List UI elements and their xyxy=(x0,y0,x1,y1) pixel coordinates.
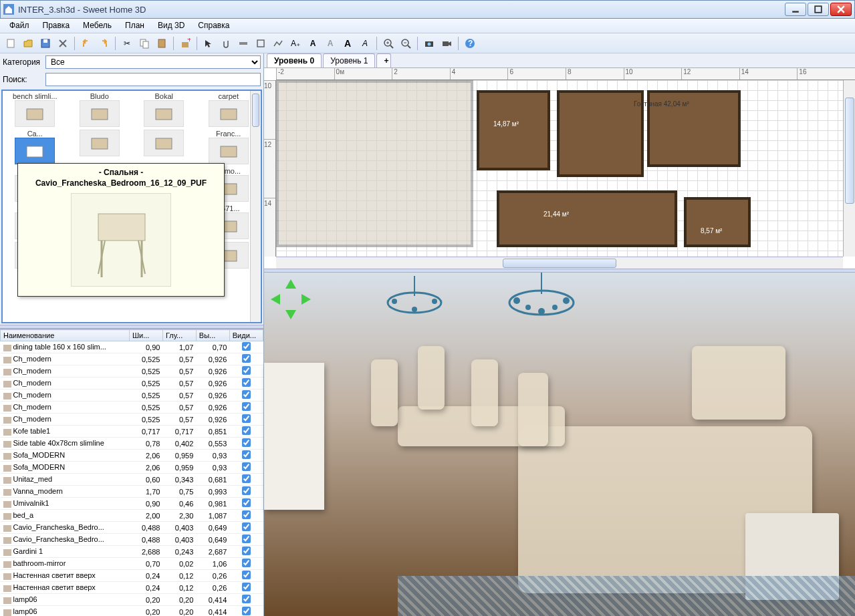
table-row[interactable]: Cavio_Francheska_Bedro...0,4880,4030,649 xyxy=(1,534,263,546)
visible-checkbox[interactable] xyxy=(242,559,251,567)
table-row[interactable]: Side table 40x78cm slimline0,780,4020,55… xyxy=(1,438,263,450)
cut-button[interactable]: ✂ xyxy=(119,35,135,51)
plan-canvas[interactable]: 14,87 м² 21,44 м² Гостиная 42,04 м² 8,57… xyxy=(276,80,843,257)
column-header[interactable]: Наименование xyxy=(1,330,130,341)
open-button[interactable] xyxy=(20,35,36,51)
column-header[interactable]: Види... xyxy=(229,330,263,341)
visible-checkbox[interactable] xyxy=(242,414,251,423)
table-row[interactable]: bed_a2,002,301,087 xyxy=(1,510,263,522)
visible-checkbox[interactable] xyxy=(242,583,251,591)
nav-left-icon[interactable] xyxy=(271,294,280,305)
menu-Файл[interactable]: Файл xyxy=(3,19,36,33)
table-row[interactable]: Ch_modern0,5250,570,926 xyxy=(1,414,263,426)
visible-checkbox[interactable] xyxy=(242,462,251,471)
menu-План[interactable]: План xyxy=(118,19,151,33)
table-row[interactable]: Kofe table10,7170,7170,851 xyxy=(1,426,263,438)
table-row[interactable]: Ch_modern0,5250,570,926 xyxy=(1,377,263,390)
add-furniture-button[interactable]: + xyxy=(177,35,193,51)
category-select[interactable]: Все xyxy=(45,55,261,69)
menu-Справка[interactable]: Справка xyxy=(191,19,236,33)
menu-Мебель[interactable]: Мебель xyxy=(76,19,118,33)
video-button[interactable] xyxy=(439,35,455,51)
close-button[interactable] xyxy=(830,3,852,16)
visible-checkbox[interactable] xyxy=(242,450,251,459)
table-row[interactable]: Ch_modern0,5250,570,926 xyxy=(1,365,263,377)
level-tab[interactable]: Уровень 0 xyxy=(267,53,322,67)
paste-button[interactable] xyxy=(154,35,170,51)
maximize-button[interactable] xyxy=(808,3,829,16)
visible-checkbox[interactable] xyxy=(242,378,251,387)
visible-checkbox[interactable] xyxy=(242,366,251,375)
visible-checkbox[interactable] xyxy=(242,522,251,531)
photo-button[interactable] xyxy=(421,35,437,51)
minimize-button[interactable] xyxy=(785,3,806,16)
catalog-item[interactable]: Bokal xyxy=(132,91,197,128)
text-italic-tool[interactable]: A xyxy=(357,35,373,51)
visible-checkbox[interactable] xyxy=(242,534,251,543)
plan-view[interactable]: -20м246810121416 101214 14,87 м² 21,44 м… xyxy=(264,68,855,269)
dim-tool[interactable]: A₊ xyxy=(287,35,303,51)
search-input[interactable] xyxy=(45,73,261,86)
table-row[interactable]: Gardini 12,6880,2432,687 xyxy=(1,546,263,558)
menu-Правка[interactable]: Правка xyxy=(36,19,77,33)
visible-checkbox[interactable] xyxy=(242,571,251,579)
visible-checkbox[interactable] xyxy=(242,498,251,507)
visible-checkbox[interactable] xyxy=(242,438,251,447)
text-bold-tool[interactable]: A xyxy=(340,35,356,51)
pan-tool[interactable] xyxy=(218,35,234,51)
column-header[interactable]: Ши... xyxy=(129,330,162,341)
save-button[interactable] xyxy=(37,35,53,51)
table-row[interactable]: Sofa_MODERN2,060,9590,93 xyxy=(1,450,263,462)
visible-checkbox[interactable] xyxy=(242,354,251,363)
help-button[interactable]: ? xyxy=(462,35,478,51)
catalog-scrollbar[interactable] xyxy=(250,91,261,322)
preferences-button[interactable] xyxy=(55,35,71,51)
table-row[interactable]: dining table 160 x 160 slim...0,901,070,… xyxy=(1,341,263,353)
redo-button[interactable] xyxy=(96,35,112,51)
visible-checkbox[interactable] xyxy=(242,342,251,351)
table-row[interactable]: Ch_modern0,5250,570,926 xyxy=(1,390,263,402)
catalog-item[interactable] xyxy=(68,128,132,166)
table-row[interactable]: Cavio_Francheska_Bedro...0,4880,4030,649 xyxy=(1,522,263,534)
table-row[interactable]: lamp060,200,200,414 xyxy=(1,606,263,617)
new-button[interactable] xyxy=(3,35,19,51)
visible-checkbox[interactable] xyxy=(242,595,251,603)
table-row[interactable]: Настенная светит вверх0,240,120,26 xyxy=(1,582,263,594)
table-row[interactable]: lamp060,200,200,414 xyxy=(1,594,263,606)
visible-checkbox[interactable] xyxy=(242,474,251,483)
visible-checkbox[interactable] xyxy=(242,547,251,555)
nav-up-icon[interactable] xyxy=(285,279,296,289)
wall-tool[interactable] xyxy=(235,35,251,51)
add-level-button[interactable]: + xyxy=(376,53,391,67)
text-tool2[interactable]: A xyxy=(322,35,338,51)
copy-button[interactable] xyxy=(136,35,152,51)
catalog-item[interactable] xyxy=(132,128,197,166)
table-row[interactable]: Vanna_modern1,700,750,993 xyxy=(1,486,263,498)
table-row[interactable]: Ch_modern0,5250,570,926 xyxy=(1,353,263,365)
table-row[interactable]: Ch_modern0,5250,570,926 xyxy=(1,402,263,414)
3d-view[interactable] xyxy=(264,273,855,616)
catalog-item[interactable]: Ca... xyxy=(3,128,68,166)
zoom-out-button[interactable] xyxy=(398,35,414,51)
table-row[interactable]: Настенная светит вверх0,240,120,26 xyxy=(1,570,263,582)
menu-Вид 3D[interactable]: Вид 3D xyxy=(151,19,191,33)
plan-scroll-v[interactable] xyxy=(843,80,855,257)
visible-checkbox[interactable] xyxy=(242,426,251,435)
zoom-in-button[interactable] xyxy=(380,35,396,51)
table-row[interactable]: Unitaz_med0,600,3430,681 xyxy=(1,474,263,486)
column-header[interactable]: Глу... xyxy=(162,330,196,341)
polyline-tool[interactable] xyxy=(270,35,286,51)
nav-down-icon[interactable] xyxy=(285,310,296,319)
visible-checkbox[interactable] xyxy=(242,607,251,615)
text-tool[interactable]: A xyxy=(305,35,321,51)
visible-checkbox[interactable] xyxy=(242,390,251,399)
column-header[interactable]: Вы... xyxy=(196,330,229,341)
nav-right-icon[interactable] xyxy=(301,294,311,305)
plan-scroll-h[interactable] xyxy=(276,257,843,269)
table-row[interactable]: bathroom-mirror0,700,021,06 xyxy=(1,558,263,570)
visible-checkbox[interactable] xyxy=(242,402,251,411)
table-row[interactable]: Umivalnik10,900,460,981 xyxy=(1,498,263,510)
room-tool[interactable] xyxy=(253,35,269,51)
undo-button[interactable] xyxy=(78,35,94,51)
table-row[interactable]: Sofa_MODERN2,060,9590,93 xyxy=(1,462,263,474)
